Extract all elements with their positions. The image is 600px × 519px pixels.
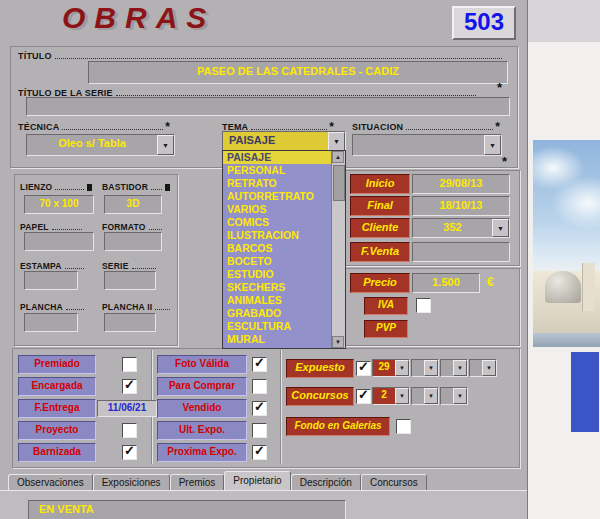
serie-field[interactable] bbox=[104, 271, 156, 290]
tema-option[interactable]: PERSONAL bbox=[223, 164, 332, 177]
expuesto-checkbox[interactable] bbox=[356, 361, 371, 376]
record-number: 503 bbox=[464, 8, 504, 35]
precio-label: Precio bbox=[350, 273, 410, 293]
dropdown-arrow-icon[interactable]: ▼ bbox=[453, 388, 467, 404]
tab-propietario[interactable]: Propietario bbox=[224, 471, 290, 490]
dropdown-arrow-icon[interactable]: ▼ bbox=[424, 388, 438, 404]
tema-option[interactable]: PAISAJE bbox=[223, 151, 332, 164]
required-marker: * bbox=[502, 154, 507, 169]
barnizada-checkbox[interactable] bbox=[122, 445, 137, 460]
tab-observaciones[interactable]: Observaciones bbox=[8, 474, 93, 490]
proyecto-checkbox[interactable] bbox=[122, 423, 137, 438]
dropdown-arrow-icon[interactable]: ▼ bbox=[492, 219, 509, 237]
tema-option[interactable]: SKECHERS bbox=[223, 281, 332, 294]
euro-icon: € bbox=[487, 275, 494, 289]
tecnica-combo[interactable]: Oleo s/ Tabla ▼ bbox=[26, 134, 175, 156]
cliente-combo[interactable]: 352 ▼ bbox=[412, 218, 510, 238]
precio-field[interactable]: 1.500 bbox=[412, 273, 480, 293]
dropdown-arrow-icon[interactable]: ▼ bbox=[453, 360, 467, 376]
cliente-label: Cliente bbox=[350, 218, 410, 238]
proxima-expo-checkbox[interactable] bbox=[252, 445, 267, 460]
tema-option[interactable]: VARIOS bbox=[223, 203, 332, 216]
expuesto-combo-3[interactable]: ▼ bbox=[440, 359, 468, 377]
encargada-checkbox[interactable] bbox=[122, 379, 137, 394]
blue-panel bbox=[571, 352, 599, 432]
inicio-field[interactable]: 29/08/13 bbox=[412, 174, 510, 194]
situacion-combo-value bbox=[353, 135, 484, 155]
cloud-shape bbox=[551, 176, 600, 230]
fentrega-field[interactable]: 11/06/21 bbox=[97, 400, 157, 417]
tema-combo[interactable]: PAISAJE ▼ bbox=[222, 131, 346, 152]
premiado-checkbox[interactable] bbox=[122, 357, 137, 372]
formato-label: FORMATO bbox=[102, 221, 164, 232]
scrollbar-thumb[interactable] bbox=[333, 165, 345, 201]
dropdown-arrow-icon[interactable]: ▼ bbox=[157, 135, 174, 155]
tab-premios[interactable]: Premios bbox=[170, 474, 225, 490]
expuesto-combo-1-value: 29 bbox=[373, 360, 395, 376]
tema-option[interactable]: RETRATO bbox=[223, 177, 332, 190]
tema-option[interactable]: BOCETO bbox=[223, 255, 332, 268]
tab-exposiciones[interactable]: Exposiciones bbox=[93, 474, 170, 490]
dropdown-arrow-icon[interactable]: ▼ bbox=[328, 132, 345, 151]
dropdown-arrow-icon[interactable]: ▼ bbox=[484, 135, 501, 155]
concursos-combo-1[interactable]: 2 ▼ bbox=[372, 387, 410, 405]
fondo-galerias-checkbox[interactable] bbox=[396, 419, 411, 434]
tema-option[interactable]: COMICS bbox=[223, 216, 332, 229]
formato-field[interactable] bbox=[104, 232, 162, 251]
iva-checkbox[interactable] bbox=[416, 298, 431, 313]
desktop-strip bbox=[528, 0, 600, 42]
foto-valida-checkbox[interactable] bbox=[252, 357, 267, 372]
dropdown-arrow-icon[interactable]: ▼ bbox=[395, 388, 409, 404]
vendido-checkbox[interactable] bbox=[252, 401, 267, 416]
tecnica-combo-value: Oleo s/ Tabla bbox=[27, 135, 157, 155]
encargada-label: Encargada bbox=[18, 377, 96, 396]
tema-option[interactable]: GRABADO bbox=[223, 307, 332, 320]
tema-dropdown-scrollbar[interactable]: ▲ ▼ bbox=[331, 151, 345, 348]
expuesto-combo-2[interactable]: ▼ bbox=[411, 359, 439, 377]
concursos-checkbox[interactable] bbox=[356, 389, 371, 404]
tema-option[interactable]: ILUSTRACION bbox=[223, 229, 332, 242]
fondo-galerias-label: Fondo en Galerias bbox=[286, 417, 390, 436]
scroll-down-icon[interactable]: ▼ bbox=[332, 336, 344, 348]
titulo-serie-field[interactable] bbox=[26, 97, 510, 116]
estado-field[interactable]: EN VENTA bbox=[28, 500, 346, 519]
concursos-combo-2[interactable]: ▼ bbox=[411, 387, 439, 405]
tab-descripcion[interactable]: Descripción bbox=[291, 474, 361, 490]
tema-option[interactable]: ESTUDIO bbox=[223, 268, 332, 281]
tab-concursos[interactable]: Concursos bbox=[361, 474, 427, 490]
dropdown-arrow-icon[interactable]: ▼ bbox=[482, 360, 496, 376]
tema-option[interactable]: AUTORRETRATO bbox=[223, 190, 332, 203]
pvp-label: PVP bbox=[364, 320, 408, 338]
dropdown-arrow-icon[interactable]: ▼ bbox=[424, 360, 438, 376]
required-marker: * bbox=[497, 80, 502, 95]
tema-option[interactable]: ESCULTURA bbox=[223, 320, 332, 333]
ult-expo-checkbox[interactable] bbox=[252, 423, 267, 438]
plancha-field[interactable] bbox=[24, 313, 78, 332]
fventa-label: F.Venta bbox=[350, 242, 410, 262]
bastidor-field[interactable]: 3D bbox=[104, 195, 162, 214]
lienzo-field[interactable]: 70 x 100 bbox=[24, 195, 94, 214]
final-field[interactable]: 18/10/13 bbox=[412, 196, 510, 216]
required-marker: * bbox=[495, 122, 500, 132]
plancha-ii-field[interactable] bbox=[104, 313, 156, 332]
tema-option[interactable]: BARCOS bbox=[223, 242, 332, 255]
tema-combo-value: PAISAJE bbox=[223, 132, 328, 151]
concursos-combo-3[interactable]: ▼ bbox=[440, 387, 468, 405]
tema-option[interactable]: ANIMALES bbox=[223, 294, 332, 307]
plancha-ii-label: PLANCHA II bbox=[102, 301, 172, 312]
expuesto-combo-1[interactable]: 29 ▼ bbox=[372, 359, 410, 377]
scroll-up-icon[interactable]: ▲ bbox=[332, 151, 344, 163]
obras-form-window: OBRAS 503 TÍTULO PASEO DE LAS CATEDRALES… bbox=[0, 0, 600, 519]
tema-option[interactable]: MURAL bbox=[223, 333, 332, 346]
expuesto-combo-4[interactable]: ▼ bbox=[469, 359, 497, 377]
papel-field[interactable] bbox=[24, 232, 94, 251]
dropdown-arrow-icon[interactable]: ▼ bbox=[395, 360, 409, 376]
marker-icon bbox=[165, 184, 170, 191]
situacion-combo[interactable]: ▼ bbox=[352, 134, 502, 156]
titulo-field[interactable]: PASEO DE LAS CATEDRALES - CADIZ bbox=[88, 61, 508, 84]
painting-base bbox=[533, 333, 600, 347]
estampa-field[interactable] bbox=[24, 271, 78, 290]
proxima-expo-label: Proxima Expo. bbox=[157, 443, 247, 462]
para-comprar-checkbox[interactable] bbox=[252, 379, 267, 394]
fventa-field[interactable] bbox=[412, 242, 510, 262]
